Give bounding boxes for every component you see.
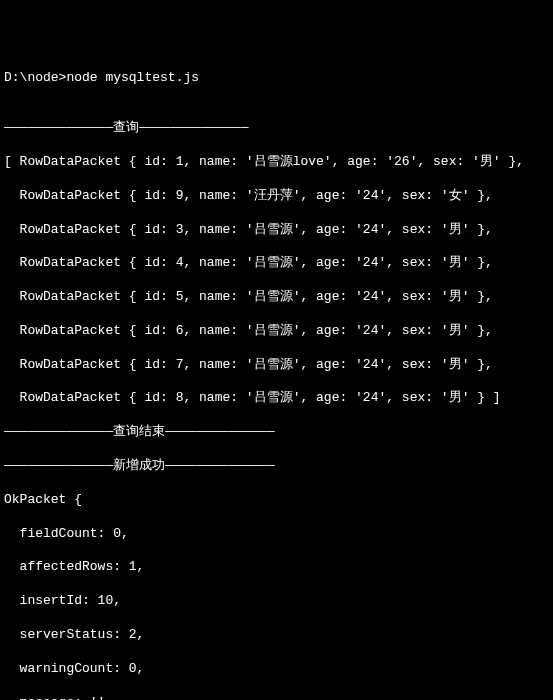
divider-query-end: ——————————————查询结束—————————————— — [4, 424, 549, 441]
okpacket-field: fieldCount: 0, — [4, 526, 549, 543]
command-prompt[interactable]: D:\node>node mysqltest.js — [4, 70, 549, 87]
row-data-packet: RowDataPacket { id: 4, name: '吕雪源', age:… — [4, 255, 549, 272]
divider-add-success: ——————————————新增成功—————————————— — [4, 458, 549, 475]
okpacket-field: warningCount: 0, — [4, 661, 549, 678]
row-data-packet: RowDataPacket { id: 9, name: '汪丹萍', age:… — [4, 188, 549, 205]
row-data-packet: RowDataPacket { id: 8, name: '吕雪源', age:… — [4, 390, 549, 407]
okpacket-field: serverStatus: 2, — [4, 627, 549, 644]
row-data-packet: [ RowDataPacket { id: 1, name: '吕雪源love'… — [4, 154, 549, 171]
okpacket-field: affectedRows: 1, — [4, 559, 549, 576]
divider-query: ——————————————查询—————————————— — [4, 120, 549, 137]
okpacket-header: OkPacket { — [4, 492, 549, 509]
row-data-packet: RowDataPacket { id: 5, name: '吕雪源', age:… — [4, 289, 549, 306]
okpacket-field: insertId: 10, — [4, 593, 549, 610]
row-data-packet: RowDataPacket { id: 7, name: '吕雪源', age:… — [4, 357, 549, 374]
row-data-packet: RowDataPacket { id: 6, name: '吕雪源', age:… — [4, 323, 549, 340]
row-data-packet: RowDataPacket { id: 3, name: '吕雪源', age:… — [4, 222, 549, 239]
okpacket-field: message: '', — [4, 695, 549, 700]
